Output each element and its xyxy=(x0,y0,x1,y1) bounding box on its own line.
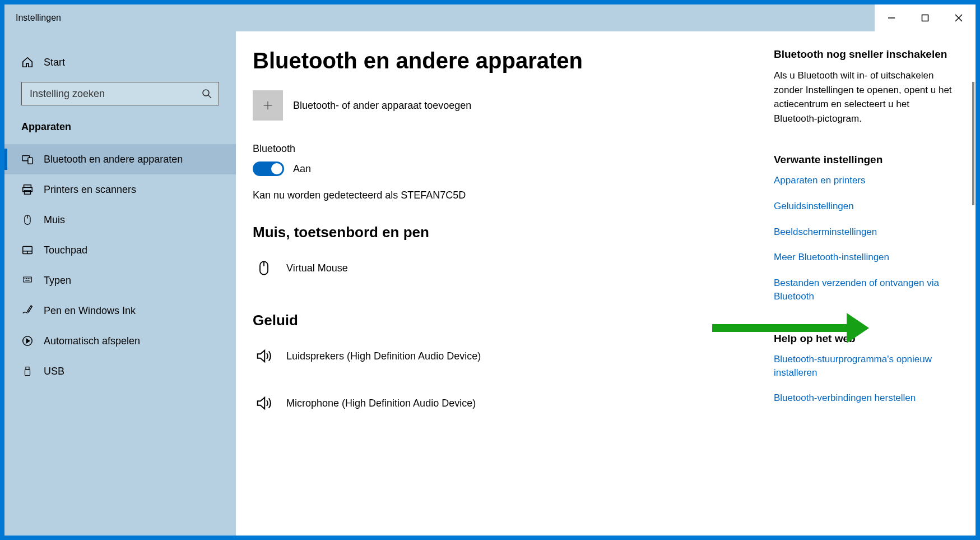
link-fix-bt-connections[interactable]: Bluetooth-verbindingen herstellen xyxy=(774,391,953,405)
sidebar: Start Apparaten Bluetooth en andere appa… xyxy=(4,31,236,536)
maximize-button[interactable] xyxy=(908,4,942,31)
main-area: Bluetooth en andere apparaten Bluetooth-… xyxy=(236,31,976,536)
sidebar-item-printers[interactable]: Printers en scanners xyxy=(4,174,236,205)
device-label: Virtual Mouse xyxy=(286,262,348,274)
minimize-button[interactable] xyxy=(875,4,908,31)
home-label: Start xyxy=(44,57,65,68)
devices-icon xyxy=(21,153,34,165)
sidebar-item-label: USB xyxy=(44,366,64,377)
mouse-icon xyxy=(253,257,275,279)
section-mouse-heading: Muis, toetsenbord en pen xyxy=(253,224,751,241)
sidebar-item-pen[interactable]: Pen en Windows Ink xyxy=(4,296,236,326)
svg-rect-24 xyxy=(26,367,29,370)
keyboard-icon xyxy=(21,274,34,287)
sidebar-item-label: Muis xyxy=(44,214,65,226)
help-heading: Help op het web xyxy=(774,333,953,345)
svg-point-18 xyxy=(26,279,27,279)
link-display-settings[interactable]: Beeldscherminstellingen xyxy=(774,225,953,239)
svg-line-5 xyxy=(208,95,211,98)
sidebar-item-label: Touchpad xyxy=(44,244,87,256)
svg-point-4 xyxy=(203,90,209,96)
bluetooth-status: Kan nu worden gedetecteerd als STEFAN7C5… xyxy=(253,190,751,201)
aside-column: Bluetooth nog sneller inschakelen Als u … xyxy=(774,48,964,536)
sidebar-section-title: Apparaten xyxy=(4,116,236,144)
sidebar-item-label: Pen en Windows Ink xyxy=(44,305,136,317)
bluetooth-toggle-row: Aan xyxy=(253,161,751,176)
window-controls xyxy=(875,4,976,31)
link-send-receive-bt[interactable]: Bestanden verzenden of ontvangen via Blu… xyxy=(774,276,953,303)
scrollbar[interactable] xyxy=(972,82,974,205)
plus-icon xyxy=(253,90,283,121)
home-button[interactable]: Start xyxy=(4,48,236,76)
settings-window: Instellingen Start xyxy=(4,4,976,536)
close-button[interactable] xyxy=(942,4,976,31)
bluetooth-label: Bluetooth xyxy=(253,143,751,155)
svg-rect-16 xyxy=(24,277,32,282)
sidebar-item-touchpad[interactable]: Touchpad xyxy=(4,235,236,265)
touchpad-icon xyxy=(21,244,34,256)
toggle-state-label: Aan xyxy=(293,163,311,175)
search-box[interactable] xyxy=(21,82,219,105)
related-heading: Verwante instellingen xyxy=(774,154,953,166)
autoplay-icon xyxy=(21,335,34,347)
pen-icon xyxy=(21,304,34,317)
svg-point-17 xyxy=(25,279,25,279)
tip-text: Als u Bluetooth wilt in- of uitschakelen… xyxy=(774,68,953,126)
search-icon xyxy=(202,89,212,99)
toggle-knob xyxy=(271,163,282,174)
add-device-label: Bluetooth- of ander apparaat toevoegen xyxy=(293,100,471,112)
sidebar-item-label: Printers en scanners xyxy=(44,184,136,196)
window-body: Start Apparaten Bluetooth en andere appa… xyxy=(4,31,976,536)
device-label: Microphone (High Definition Audio Device… xyxy=(286,398,476,409)
device-label: Luidsprekers (High Definition Audio Devi… xyxy=(286,350,481,362)
add-device-button[interactable]: Bluetooth- of ander apparaat toevoegen xyxy=(253,90,751,121)
home-icon xyxy=(21,56,34,68)
svg-marker-23 xyxy=(26,339,30,343)
svg-point-19 xyxy=(28,279,29,279)
usb-icon xyxy=(21,365,34,377)
link-devices-printers[interactable]: Apparaten en printers xyxy=(774,174,953,187)
link-sound-settings[interactable]: Geluidsinstellingen xyxy=(774,200,953,213)
sidebar-item-mouse[interactable]: Muis xyxy=(4,205,236,235)
window-title: Instellingen xyxy=(4,13,61,23)
sidebar-item-autoplay[interactable]: Automatisch afspelen xyxy=(4,326,236,356)
device-speakers[interactable]: Luidsprekers (High Definition Audio Devi… xyxy=(253,339,751,373)
sidebar-item-typing[interactable]: Typen xyxy=(4,265,236,296)
speaker-icon xyxy=(253,392,275,414)
mouse-icon xyxy=(21,214,34,226)
bluetooth-toggle[interactable] xyxy=(253,161,284,176)
sidebar-item-label: Typen xyxy=(44,275,71,287)
search-wrap xyxy=(4,76,236,116)
svg-rect-25 xyxy=(25,370,30,376)
device-mouse[interactable]: Virtual Mouse xyxy=(253,251,751,285)
svg-rect-1 xyxy=(922,15,928,21)
search-input[interactable] xyxy=(22,82,219,105)
link-reinstall-bt-drivers[interactable]: Bluetooth-stuurprogramma's opnieuw insta… xyxy=(774,353,953,380)
link-more-bluetooth[interactable]: Meer Bluetooth-instellingen xyxy=(774,251,953,264)
section-audio-heading: Geluid xyxy=(253,312,751,329)
svg-rect-10 xyxy=(25,191,31,194)
titlebar: Instellingen xyxy=(4,4,976,31)
sidebar-item-label: Automatisch afspelen xyxy=(44,335,140,347)
printer-icon xyxy=(21,183,34,196)
device-microphone[interactable]: Microphone (High Definition Audio Device… xyxy=(253,386,751,420)
svg-point-20 xyxy=(30,279,30,279)
sidebar-item-usb[interactable]: USB xyxy=(4,356,236,386)
svg-rect-7 xyxy=(28,158,32,164)
page-title: Bluetooth en andere apparaten xyxy=(253,48,751,73)
speaker-icon xyxy=(253,345,275,367)
tip-heading: Bluetooth nog sneller inschakelen xyxy=(774,48,953,61)
sidebar-item-bluetooth[interactable]: Bluetooth en andere apparaten xyxy=(4,144,236,174)
content-column: Bluetooth en andere apparaten Bluetooth-… xyxy=(253,48,774,536)
sidebar-item-label: Bluetooth en andere apparaten xyxy=(44,154,183,165)
